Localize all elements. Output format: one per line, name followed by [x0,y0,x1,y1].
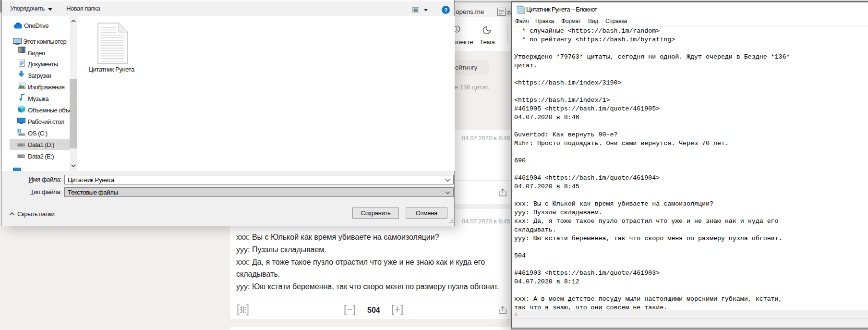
svg-text:?: ? [444,7,447,13]
